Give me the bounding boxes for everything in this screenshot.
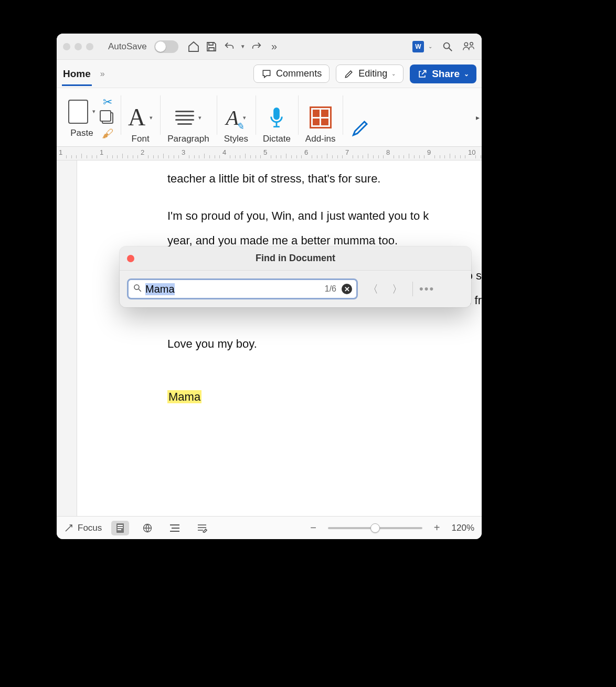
highlighted-match: Mama (167, 388, 482, 405)
chevron-down-icon: ▾ (150, 114, 153, 121)
statusbar: Focus − + 120% (57, 516, 482, 539)
outline-view-button[interactable] (166, 521, 184, 535)
more-tabs-icon[interactable]: » (98, 69, 107, 79)
undo-dropdown-icon[interactable]: ▼ (240, 44, 246, 49)
search-icon[interactable] (441, 40, 454, 53)
find-input[interactable] (145, 283, 322, 295)
zoom-out-button[interactable]: − (308, 522, 318, 534)
share-button[interactable]: Share ⌄ (410, 65, 476, 83)
paragraph-label: Paragraph (167, 134, 209, 144)
ribbon: ▾ Paste ✂ 🖌 A▾ Font ▾ Paragraph A✎▾ Styl… (57, 88, 482, 147)
copy-icon[interactable] (102, 112, 113, 124)
svg-point-0 (444, 42, 450, 48)
chevron-down-icon: ⌄ (464, 70, 469, 78)
styles-group[interactable]: A✎▾ Styles (217, 91, 256, 144)
close-find-button[interactable] (127, 255, 134, 262)
zoom-in-button[interactable]: + (432, 522, 442, 534)
titlebar: AutoSave ▼ » W ⌄ (57, 34, 482, 60)
dictate-button[interactable] (267, 103, 286, 132)
document-area[interactable]: teacher a little bit of stress, that's f… (57, 160, 482, 516)
paragraph-group[interactable]: ▾ Paragraph (160, 91, 216, 144)
maximize-window-button[interactable] (86, 43, 93, 50)
find-result-count: 1/6 (325, 284, 336, 294)
font-label: Font (132, 134, 150, 144)
svg-line-1 (449, 48, 452, 51)
save-icon[interactable] (205, 40, 218, 53)
pencil-icon (344, 69, 354, 79)
find-panel-titlebar: Find in Document (120, 246, 471, 271)
find-next-button[interactable]: 〉 (388, 280, 406, 298)
dictate-group[interactable]: Dictate (256, 91, 298, 144)
addins-label: Add-ins (305, 134, 336, 144)
home-icon[interactable] (187, 40, 200, 53)
share-label: Share (432, 68, 460, 80)
text-line: Love you my boy. (167, 335, 482, 352)
find-options-button[interactable]: ••• (419, 282, 434, 296)
chevron-down-icon: ⌄ (391, 71, 396, 77)
close-window-button[interactable] (63, 43, 70, 50)
redo-icon[interactable] (250, 40, 263, 53)
autosave-label: AutoSave (108, 41, 147, 52)
svg-rect-10 (118, 529, 121, 530)
svg-rect-8 (118, 525, 123, 526)
svg-point-3 (470, 42, 473, 45)
chevron-down-icon: ▾ (198, 114, 201, 121)
more-quickaccess-icon[interactable]: » (268, 40, 281, 53)
text-line: I'm so proud of you, Win, and I just wan… (167, 207, 482, 224)
comment-icon (261, 69, 272, 79)
ruler-number: 4 (222, 148, 226, 156)
editing-label: Editing (358, 68, 387, 79)
svg-point-18 (134, 285, 139, 289)
ruler-number: 7 (345, 148, 349, 156)
autosave-toggle[interactable] (154, 40, 178, 53)
divider (412, 282, 413, 296)
addins-icon (310, 106, 332, 128)
font-group[interactable]: A▾ Font (121, 91, 160, 144)
tab-home[interactable]: Home (62, 62, 92, 86)
print-layout-view-button[interactable] (111, 521, 129, 535)
ribbon-tabs: Home » Comments Editing ⌄ Share ⌄ (57, 60, 482, 88)
find-previous-button[interactable]: 〈 (364, 280, 382, 298)
editor-group[interactable] (343, 91, 374, 144)
paste-icon (68, 100, 88, 124)
draft-view-button[interactable] (193, 521, 211, 535)
chevron-down-icon[interactable]: ▾ (92, 108, 95, 115)
page-icon (115, 523, 125, 533)
comments-label: Comments (276, 68, 322, 79)
editing-mode-button[interactable]: Editing ⌄ (336, 65, 403, 83)
window-controls (63, 43, 93, 50)
paste-label: Paste (70, 128, 93, 138)
addins-group[interactable]: Add-ins (298, 91, 343, 144)
ruler-number: 5 (263, 148, 267, 156)
styles-label: Styles (224, 134, 248, 144)
focus-label: Focus (78, 523, 102, 533)
zoom-level[interactable]: 120% (452, 523, 474, 533)
svg-line-19 (139, 289, 141, 292)
undo-icon[interactable] (222, 40, 236, 53)
focus-mode-button[interactable]: Focus (64, 523, 102, 533)
ruler-number: 1 (100, 148, 103, 156)
clipboard-group: ▾ Paste ✂ 🖌 (61, 91, 121, 144)
cut-icon[interactable]: ✂ (103, 95, 112, 109)
dictate-label: Dictate (263, 134, 291, 144)
svg-point-2 (464, 42, 468, 46)
web-layout-view-button[interactable] (139, 521, 156, 535)
account-icon[interactable] (462, 40, 475, 53)
format-painter-icon[interactable]: 🖌 (102, 127, 113, 141)
focus-icon (64, 523, 73, 533)
ruler-number: 1 (59, 148, 62, 156)
paragraph-icon (175, 111, 194, 125)
find-search-field[interactable]: 1/6 ✕ (127, 278, 358, 299)
zoom-slider[interactable] (328, 527, 422, 529)
font-icon: A (128, 105, 145, 130)
ribbon-expand-icon[interactable]: ▸ (476, 113, 480, 122)
comments-button[interactable]: Comments (253, 65, 330, 83)
globe-icon (142, 523, 153, 533)
ruler-number: 6 (304, 148, 308, 156)
paste-button[interactable]: ▾ (68, 98, 95, 126)
minimize-window-button[interactable] (75, 43, 82, 50)
share-icon (417, 69, 428, 79)
ruler[interactable]: 2112345678910 (57, 147, 482, 160)
clear-search-button[interactable]: ✕ (342, 284, 352, 294)
filename-dropdown-icon[interactable]: ⌄ (428, 44, 432, 49)
